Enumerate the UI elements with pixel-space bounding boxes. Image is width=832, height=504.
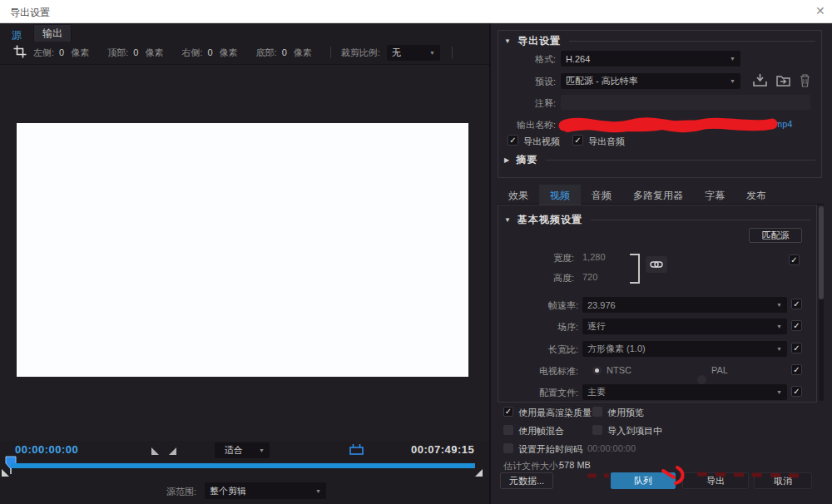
crop-left-unit: 像素	[71, 47, 89, 59]
tab-multiplexer[interactable]: 多路复用器	[622, 185, 694, 205]
range-handle-right[interactable]	[475, 469, 483, 477]
comment-label: 注释:	[498, 97, 556, 110]
tab-audio[interactable]: 音频	[581, 185, 622, 205]
use-previews-checkbox[interactable]	[592, 407, 602, 417]
tab-captions[interactable]: 字幕	[694, 185, 735, 205]
start-timecode-checkbox[interactable]	[503, 443, 513, 453]
field-order-label: 场序:	[498, 321, 578, 334]
tv-standard-checkbox[interactable]: ✓	[791, 364, 802, 375]
export-video-checkbox[interactable]: ✓	[508, 135, 518, 146]
crop-top-value[interactable]: 0	[133, 47, 138, 57]
pal-label: PAL	[711, 365, 728, 375]
size-checkbox[interactable]: ✓	[789, 254, 800, 265]
collapse-icon: ▶	[504, 156, 509, 164]
zoom-level-dropdown[interactable]: 适合 ▼	[215, 442, 270, 458]
pal-radio[interactable]	[697, 375, 706, 384]
tab-output[interactable]: 输出	[33, 24, 72, 42]
field-order-checkbox[interactable]: ✓	[791, 320, 802, 331]
summary-header[interactable]: ▶ 摘要	[504, 153, 815, 167]
profile-dropdown[interactable]: 主要 ▼	[582, 384, 787, 400]
import-project-checkbox[interactable]	[592, 425, 602, 435]
in-point-icon[interactable]	[151, 447, 160, 456]
estimated-size-label: 估计文件大小:	[503, 460, 561, 472]
collapse-icon: ▼	[504, 37, 511, 45]
tab-source[interactable]: 源	[7, 27, 27, 44]
basic-video-header[interactable]: ▼ 基本视频设置	[504, 213, 810, 227]
frame-rate-dropdown[interactable]: 23.976 ▼	[582, 297, 787, 313]
scrollbar-thumb[interactable]	[819, 206, 824, 299]
export-audio-label: 导出音频	[588, 136, 625, 148]
chevron-down-icon: ▼	[423, 50, 435, 56]
aspect-label: 长宽比:	[498, 343, 578, 356]
highest-quality-checkbox[interactable]: ✓	[503, 407, 513, 417]
collapse-icon: ▼	[504, 216, 511, 224]
out-point-icon[interactable]	[169, 447, 177, 456]
width-value[interactable]: 1,280	[582, 252, 606, 262]
crop-toolbar: 左侧: 0 像素 顶部: 0 像素 右侧: 0 像素 底部: 0 像素 裁剪比例…	[33, 42, 463, 63]
chevron-down-icon: ▼	[309, 488, 321, 494]
frame-rate-label: 帧速率:	[498, 299, 578, 312]
window-title: 导出设置	[10, 6, 50, 20]
crop-right-unit: 像素	[220, 47, 238, 59]
tv-standard-label: 电视标准:	[498, 365, 578, 378]
tab-effects[interactable]: 效果	[498, 185, 539, 205]
import-preset-icon[interactable]	[776, 74, 791, 87]
chain-link-icon	[650, 260, 663, 269]
source-range-label: 源范围:	[166, 486, 196, 498]
export-audio-checkbox[interactable]: ✓	[572, 135, 583, 146]
timeline-bar[interactable]	[11, 463, 475, 468]
crop-right-value[interactable]: 0	[207, 47, 212, 57]
queue-button[interactable]: 队列	[611, 472, 676, 489]
crop-bottom-label: 底部:	[256, 47, 277, 59]
preset-label: 预设:	[498, 76, 556, 88]
source-range-dropdown[interactable]: 整个剪辑 ▼	[205, 482, 326, 499]
export-settings-header[interactable]: ▼ 导出设置	[504, 34, 815, 48]
start-timecode-value[interactable]: 00:00:00:00	[587, 443, 636, 453]
duration-timecode: 00:07:49:15	[411, 443, 474, 456]
delete-preset-icon[interactable]	[800, 74, 810, 87]
crop-bottom-value[interactable]: 0	[282, 47, 287, 57]
crop-left-value[interactable]: 0	[59, 47, 64, 57]
crop-bottom-unit: 像素	[294, 47, 312, 59]
current-timecode[interactable]: 00:00:00:00	[15, 443, 78, 456]
export-settings-dialog: 导出设置 ✕ 源 输出 左侧: 0 像素 顶部: 0 像素 右侧: 0 像素 底…	[0, 0, 832, 504]
frame-rate-checkbox[interactable]: ✓	[791, 299, 802, 309]
metadata-button[interactable]: 元数据...	[500, 472, 553, 489]
tab-video[interactable]: 视频	[539, 185, 581, 205]
profile-checkbox[interactable]: ✓	[791, 386, 802, 397]
aspect-checkbox[interactable]: ✓	[791, 343, 802, 353]
chevron-down-icon: ▼	[723, 78, 735, 84]
close-icon[interactable]: ✕	[815, 4, 825, 17]
ntsc-radio[interactable]	[592, 366, 602, 375]
comment-input[interactable]	[561, 95, 810, 110]
preset-dropdown[interactable]: 匹配源 - 高比特率 ▼	[561, 73, 740, 89]
use-previews-label: 使用预览	[607, 407, 644, 419]
field-order-dropdown[interactable]: 逐行 ▼	[582, 319, 787, 334]
toolbar-divider	[452, 47, 453, 58]
save-preset-icon[interactable]	[753, 74, 767, 87]
format-label: 格式:	[498, 53, 556, 66]
crop-icon[interactable]	[13, 45, 27, 58]
match-source-button[interactable]: 匹配源	[749, 228, 802, 243]
cancel-button[interactable]: 取消	[754, 472, 812, 489]
title-bar: 导出设置 ✕	[0, 0, 832, 23]
crop-ratio-label: 裁剪比例:	[341, 47, 380, 59]
link-dimensions-toggle[interactable]	[646, 256, 667, 273]
chevron-down-icon: ▼	[770, 346, 782, 352]
settings-tab-strip: 效果 视频 音频 多路复用器 字幕 发布	[498, 185, 824, 205]
set-range-icon[interactable]	[349, 444, 364, 456]
video-frame[interactable]	[17, 123, 468, 377]
toolbar-divider	[330, 47, 331, 58]
height-value[interactable]: 720	[582, 272, 597, 282]
aspect-dropdown[interactable]: 方形像素 (1.0) ▼	[582, 341, 787, 357]
chevron-down-icon: ▼	[252, 447, 265, 453]
crop-ratio-dropdown[interactable]: 无 ▼	[387, 45, 440, 61]
chevron-down-icon: ▼	[723, 56, 735, 62]
export-button[interactable]: 导出	[682, 472, 749, 489]
crop-top-unit: 像素	[145, 47, 163, 59]
range-handle-left[interactable]	[2, 469, 9, 477]
frame-blending-checkbox[interactable]	[503, 425, 513, 435]
tab-publish[interactable]: 发布	[735, 185, 777, 205]
format-dropdown[interactable]: H.264 ▼	[561, 51, 740, 67]
output-name-link[interactable]: .mp4	[561, 117, 810, 132]
